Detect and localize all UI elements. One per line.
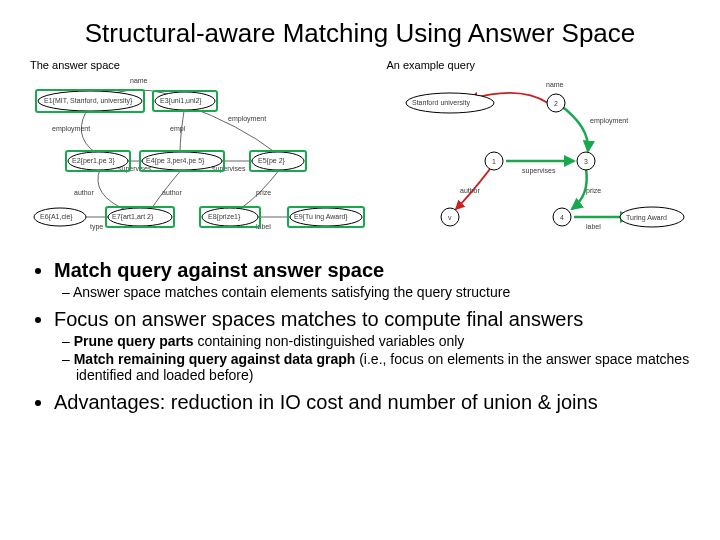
svg-text:4: 4 bbox=[560, 214, 564, 221]
bullet-1: Match query against answer space Answer … bbox=[54, 259, 690, 300]
svg-text:v: v bbox=[448, 214, 452, 221]
svg-text:author: author bbox=[460, 187, 481, 194]
slide-title: Structural-aware Matching Using Answer S… bbox=[30, 18, 690, 49]
svg-text:E9{Tu ing Award}: E9{Tu ing Award} bbox=[294, 213, 348, 221]
svg-text:prize: prize bbox=[256, 189, 271, 197]
svg-text:employment: employment bbox=[590, 117, 628, 125]
svg-text:author: author bbox=[74, 189, 95, 196]
svg-text:Stanford university: Stanford university bbox=[412, 99, 470, 107]
svg-text:E7{art1,art 2}: E7{art1,art 2} bbox=[112, 213, 154, 221]
subhead-left: The answer space bbox=[30, 59, 386, 71]
svg-text:1: 1 bbox=[492, 158, 496, 165]
svg-text:E5{pe 2}: E5{pe 2} bbox=[258, 157, 286, 165]
svg-text:name: name bbox=[546, 81, 564, 88]
example-query-diagram: employment supervises prize label name a… bbox=[390, 75, 690, 245]
svg-text:supervises: supervises bbox=[522, 167, 556, 175]
svg-text:E3{uni1,uni2}: E3{uni1,uni2} bbox=[160, 97, 202, 105]
svg-text:type: type bbox=[90, 223, 103, 231]
svg-text:E1{MIT, Stanford, university}: E1{MIT, Stanford, university} bbox=[44, 97, 133, 105]
bullet-3: Advantages: reduction in IO cost and num… bbox=[54, 391, 690, 414]
svg-text:name: name bbox=[130, 77, 148, 84]
answer-space-diagram: name employment empl employment supervis… bbox=[30, 75, 390, 245]
svg-text:prize: prize bbox=[586, 187, 601, 195]
svg-text:author: author bbox=[162, 189, 183, 196]
bullet-1-1: Answer space matches contain elements sa… bbox=[76, 284, 690, 300]
svg-text:employment: employment bbox=[52, 125, 90, 133]
svg-text:label: label bbox=[586, 223, 601, 230]
bullet-2-1: Prune query parts containing non-disting… bbox=[76, 333, 690, 349]
svg-text:E6{A1,cle}: E6{A1,cle} bbox=[40, 213, 73, 221]
svg-text:employment: employment bbox=[228, 115, 266, 123]
svg-text:E4{pe 3,per4,pe 5}: E4{pe 3,per4,pe 5} bbox=[146, 157, 205, 165]
svg-text:empl: empl bbox=[170, 125, 186, 133]
bullet-2-2: Match remaining query against data graph… bbox=[76, 351, 690, 383]
subhead-right: An example query bbox=[386, 59, 690, 71]
svg-text:2: 2 bbox=[554, 100, 558, 107]
bullet-2: Focus on answer spaces matches to comput… bbox=[54, 308, 690, 383]
svg-text:E8{prize1}: E8{prize1} bbox=[208, 213, 241, 221]
bullet-list: Match query against answer space Answer … bbox=[30, 259, 690, 414]
svg-text:Turing Award: Turing Award bbox=[626, 214, 667, 222]
svg-text:3: 3 bbox=[584, 158, 588, 165]
svg-text:E2{per1,pe 3}: E2{per1,pe 3} bbox=[72, 157, 115, 165]
